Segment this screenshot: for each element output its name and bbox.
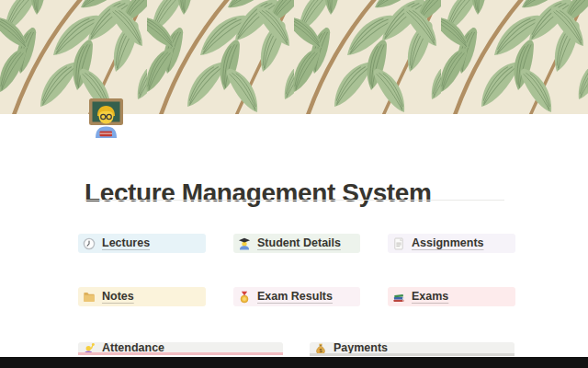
cutoff-sliver-red <box>78 352 283 355</box>
section-label: Payments <box>334 342 388 354</box>
clock-icon <box>83 237 96 250</box>
books-icon <box>392 291 405 304</box>
woman-teacher-icon[interactable] <box>85 96 127 138</box>
medal-icon <box>238 291 251 304</box>
section-label: Student Details <box>257 237 341 249</box>
page-title: Lecture Management System <box>85 179 431 208</box>
bottom-letterbox-bar <box>0 357 588 368</box>
folder-icon <box>83 291 96 304</box>
student-icon <box>238 237 251 250</box>
section-label: Assignments <box>412 237 484 249</box>
section-link-notes[interactable]: Notes <box>78 287 206 306</box>
notion-page: Lecture Management System Lectures Stude… <box>0 0 588 368</box>
cutoff-sliver-gray <box>310 353 514 356</box>
section-label: Lectures <box>102 237 150 249</box>
section-label: Notes <box>102 291 134 303</box>
section-link-student-details[interactable]: Student Details <box>233 234 360 253</box>
section-label: Exam Results <box>257 291 333 303</box>
page-icon <box>392 237 405 250</box>
section-link-lectures[interactable]: Lectures <box>78 234 206 253</box>
divider-line <box>85 200 504 201</box>
section-label: Exams <box>412 291 448 303</box>
section-link-exams[interactable]: Exams <box>388 287 515 306</box>
section-link-exam-results[interactable]: Exam Results <box>233 287 360 306</box>
section-link-assignments[interactable]: Assignments <box>388 234 515 253</box>
